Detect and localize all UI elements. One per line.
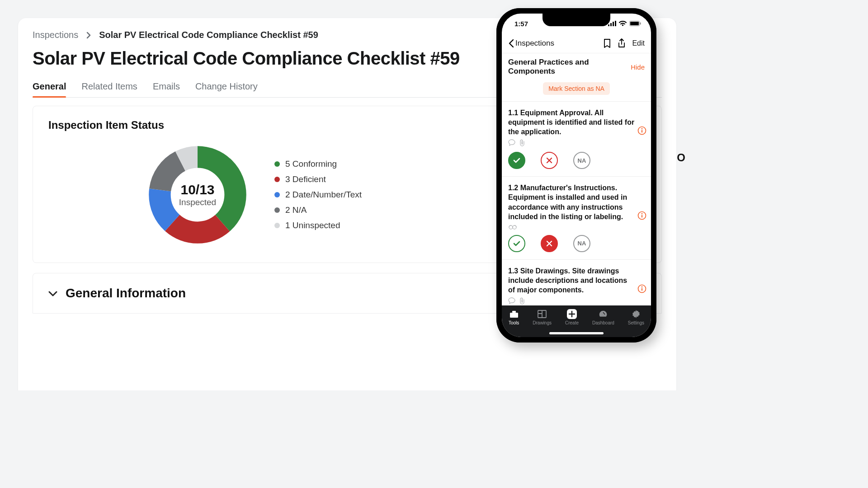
breadcrumb-current: Solar PV Electrical Code Compliance Chec… [99, 30, 318, 40]
edit-button[interactable]: Edit [632, 39, 645, 47]
tabbar-dashboard[interactable]: Dashboard [592, 309, 614, 325]
legend-uninspected: 1 Uninspected [274, 221, 362, 230]
status-donut-chart: 10/13 Inspected [148, 145, 247, 244]
item-text: 1.3 Site Drawings. Site drawings include… [508, 266, 645, 295]
tabbar-create[interactable]: Create [565, 309, 579, 325]
status-icons [608, 21, 641, 26]
info-icon[interactable] [637, 126, 646, 137]
tools-icon [509, 309, 519, 319]
svg-rect-14 [642, 130, 642, 133]
status-time: 1:57 [514, 20, 528, 28]
svg-rect-7 [613, 22, 614, 26]
status-legend: 5 Conforming 3 Deficient 2 Date/Number/T… [274, 159, 362, 230]
svg-rect-22 [642, 288, 642, 291]
svg-rect-5 [608, 24, 609, 26]
svg-rect-19 [642, 215, 642, 218]
svg-rect-23 [510, 313, 518, 318]
svg-rect-6 [610, 23, 612, 26]
wifi-icon [619, 21, 627, 26]
donut-value: 10/13 [180, 182, 214, 197]
svg-point-18 [642, 213, 643, 215]
drawings-icon [537, 309, 547, 319]
chevron-down-icon [48, 291, 57, 297]
observation-icon[interactable] [508, 224, 517, 230]
phone-screen: 1:57 Inspections Edit General Practices … [502, 14, 651, 337]
tab-related-items[interactable]: Related Items [81, 81, 137, 97]
comment-icon[interactable] [508, 139, 515, 146]
option-pass[interactable] [508, 152, 525, 169]
item-text: 1.1 Equipment Approval. All equipment is… [508, 108, 645, 136]
chevron-right-icon [86, 32, 91, 39]
breadcrumb-root[interactable]: Inspections [33, 30, 78, 40]
dashboard-icon [598, 309, 608, 319]
mark-section-na-row: Mark Section as NA [502, 80, 651, 102]
back-button[interactable]: Inspections [508, 39, 554, 48]
section-title: General Practices and Components [508, 58, 631, 76]
attachment-icon[interactable] [519, 297, 525, 305]
legend-conforming: 5 Conforming [274, 159, 362, 169]
svg-point-21 [642, 286, 643, 287]
phone-tabbar: Tools Drawings Create Dashboard [502, 305, 651, 337]
create-icon [567, 309, 577, 319]
battery-icon [629, 21, 641, 26]
info-icon[interactable] [637, 284, 646, 295]
home-indicator[interactable] [549, 332, 604, 334]
tabbar-tools[interactable]: Tools [509, 309, 519, 325]
phone-device-frame: 1:57 Inspections Edit General Practices … [496, 8, 656, 343]
checklist-item: 1.1 Equipment Approval. All equipment is… [502, 102, 651, 177]
tabbar-drawings[interactable]: Drawings [533, 309, 552, 325]
legend-deficient: 3 Deficient [274, 174, 362, 184]
option-na[interactable]: NA [573, 235, 590, 252]
checklist-items: 1.1 Equipment Approval. All equipment is… [502, 102, 651, 305]
bookmark-icon[interactable] [603, 38, 611, 48]
checklist-item: 1.2 Manufacturer's Instructions. Equipme… [502, 177, 651, 259]
settings-icon [631, 309, 641, 319]
info-icon[interactable] [637, 211, 646, 222]
option-fail[interactable] [541, 235, 558, 252]
svg-rect-10 [630, 22, 639, 25]
svg-point-13 [642, 128, 643, 130]
tab-change-history[interactable]: Change History [195, 81, 258, 97]
tabbar-settings[interactable]: Settings [628, 309, 644, 325]
legend-na: 2 N/A [274, 205, 362, 215]
legend-dnt: 2 Date/Number/Text [274, 190, 362, 200]
donut-label: Inspected [179, 197, 216, 207]
general-information-title: General Information [66, 286, 186, 300]
comment-icon[interactable] [508, 297, 515, 304]
item-text: 1.2 Manufacturer's Instructions. Equipme… [508, 183, 645, 221]
chevron-left-icon [508, 39, 514, 48]
share-icon[interactable] [618, 38, 626, 48]
svg-rect-24 [512, 311, 516, 313]
option-pass[interactable] [508, 235, 525, 252]
option-na[interactable]: NA [573, 152, 590, 169]
tab-emails[interactable]: Emails [153, 81, 180, 97]
tab-general[interactable]: General [33, 81, 66, 97]
svg-rect-8 [615, 21, 616, 26]
phone-nav-bar: Inspections Edit [502, 33, 651, 53]
section-header: General Practices and Components Hide [502, 53, 651, 80]
hide-button[interactable]: Hide [631, 63, 645, 71]
attachment-icon[interactable] [519, 139, 525, 146]
overview-card-peek: O [677, 151, 685, 164]
checklist-item: 1.3 Site Drawings. Site drawings include… [502, 260, 651, 305]
donut-center: 10/13 Inspected [148, 145, 247, 244]
back-label: Inspections [515, 39, 554, 48]
svg-rect-11 [640, 23, 641, 25]
option-fail[interactable] [541, 152, 558, 169]
mark-section-na-button[interactable]: Mark Section as NA [543, 82, 610, 95]
phone-notch [542, 14, 610, 26]
